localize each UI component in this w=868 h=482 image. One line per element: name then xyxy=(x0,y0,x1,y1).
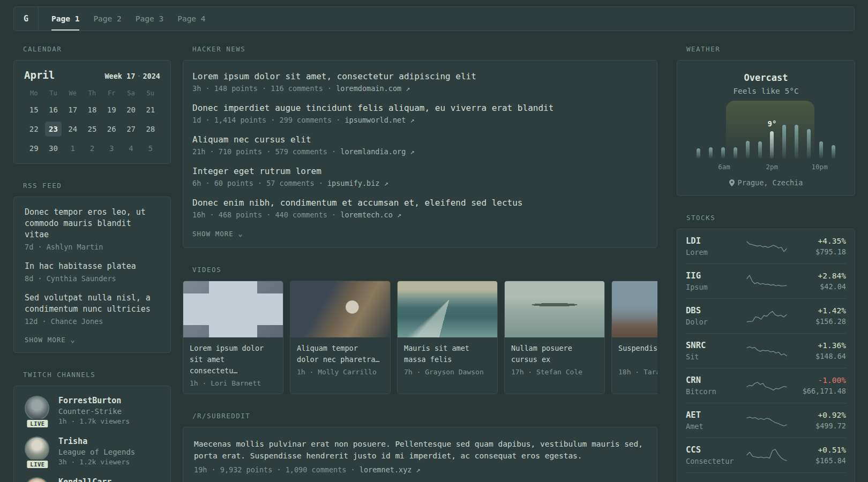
stock-sparkline xyxy=(746,307,788,325)
hn-meta-text: 1d · 1,414 points · 299 comments · xyxy=(192,116,345,124)
calendar-day-next-month: 3 xyxy=(103,141,119,156)
hn-item-link[interactable]: ipsumify.biz xyxy=(327,179,380,187)
hn-item-link[interactable]: loremlandia.org xyxy=(340,147,406,156)
video-card[interactable]: Mauris sit amet massa felis 7h · Grayson… xyxy=(397,281,498,394)
rss-item-title[interactable]: Sed volutpat nulla nisl, a condimentum n… xyxy=(25,292,160,315)
stock-change: +4.35% xyxy=(788,237,846,245)
hn-item-link[interactable]: loremdomain.com xyxy=(336,84,401,93)
hacker-news-section: HACKER NEWS Lorem ipsum dolor sit amet, … xyxy=(183,45,657,248)
stock-row[interactable]: CRN Bitcorn -1.00% $66,171.48 xyxy=(686,368,846,403)
hn-item-title[interactable]: Donec imperdiet augue tincidunt felis al… xyxy=(192,103,648,113)
rss-item-title[interactable]: Donec tempor eros leo, ut commodo mauris… xyxy=(25,207,160,240)
app-logo[interactable]: G xyxy=(14,7,39,31)
channel-name[interactable]: KendallCarr xyxy=(58,477,111,482)
weather-hour-bar xyxy=(697,148,700,159)
rss-widget: Donec tempor eros leo, ut commodo mauris… xyxy=(13,197,171,353)
hn-item-meta: 6h · 60 points · 57 comments · ipsumify.… xyxy=(192,179,648,187)
rss-item[interactable]: Donec tempor eros leo, ut commodo mauris… xyxy=(25,207,160,251)
avatar xyxy=(25,396,49,420)
stock-change: +1.42% xyxy=(788,306,846,315)
video-card[interactable]: Aliquam tempor dolor nec pharetra… 1h · … xyxy=(290,281,391,394)
video-title[interactable]: Nullam posuere cursus ex xyxy=(511,343,598,365)
weather-hour-bar xyxy=(721,147,725,159)
location-pin-icon xyxy=(729,179,735,186)
channel-name[interactable]: ForrestBurton xyxy=(58,396,130,405)
video-thumbnail[interactable] xyxy=(612,281,657,337)
video-card[interactable]: Lorem ipsum dolor sit amet consectetu… 1… xyxy=(183,281,283,394)
stock-ticker[interactable]: CCS xyxy=(686,445,746,455)
tab-page-3[interactable]: Page 3 xyxy=(136,7,163,31)
stock-ticker[interactable]: LDI xyxy=(686,236,746,246)
subreddit-section-title: /R/SUBREDDIT xyxy=(192,412,657,420)
hn-item: Donec enim nibh, condimentum et accumsan… xyxy=(192,198,648,219)
weekday-label: Sa xyxy=(121,89,140,98)
stock-ticker[interactable]: AET xyxy=(686,410,746,420)
stock-name: Ipsum xyxy=(686,283,746,291)
stock-row[interactable]: SNRC Sit +1.36% $148.64 xyxy=(686,333,846,368)
hn-item-title[interactable]: Integer eget rutrum lorem xyxy=(192,166,648,176)
tab-page-2[interactable]: Page 2 xyxy=(93,7,121,31)
hn-show-more-button[interactable]: SHOW MORE ⌄ xyxy=(192,229,648,238)
weather-section-title: WEATHER xyxy=(686,45,855,53)
hn-item-title[interactable]: Lorem ipsum dolor sit amet, consectetur … xyxy=(192,71,648,81)
subreddit-post: Maecenas mollis pulvinar erat non posuer… xyxy=(194,438,646,474)
video-title[interactable]: Aliquam tempor dolor nec pharetra… xyxy=(297,343,384,365)
videos-section: VIDEOS Lorem ipsum dolor sit amet consec… xyxy=(183,266,657,394)
stock-price: $499.72 xyxy=(788,421,846,430)
hn-item-link[interactable]: loremtech.co xyxy=(340,210,393,219)
video-title[interactable]: Lorem ipsum dolor sit amet consectetu… xyxy=(190,343,276,376)
tab-page-1[interactable]: Page 1 xyxy=(51,7,79,31)
video-thumbnail[interactable] xyxy=(398,281,497,337)
tab-page-4[interactable]: Page 4 xyxy=(177,7,205,31)
stock-row[interactable]: IIG Ipsum +2.84% $42.04 xyxy=(686,263,846,298)
live-badge: LIVE xyxy=(26,419,49,428)
top-bar: G Page 1 Page 2 Page 3 Page 4 xyxy=(13,6,855,31)
video-title[interactable]: Mauris sit amet massa felis xyxy=(404,343,491,365)
subreddit-post-title[interactable]: Maecenas mollis pulvinar erat non posuer… xyxy=(194,438,646,462)
channel-name[interactable]: Trisha xyxy=(58,436,135,446)
calendar-day-next-month: 5 xyxy=(143,141,159,156)
video-thumbnail[interactable] xyxy=(183,281,283,337)
stock-price: $795.18 xyxy=(788,247,846,256)
weather-widget: Overcast Feels like 5°C 9° 6am 2pm 10pm … xyxy=(677,60,855,196)
subreddit-widget: Maecenas mollis pulvinar erat non posuer… xyxy=(183,427,657,482)
stock-row[interactable]: AET Amet +0.92% $499.72 xyxy=(686,403,846,438)
stock-row[interactable]: DBS Dolor +1.42% $156.28 xyxy=(686,298,846,333)
video-card[interactable]: Suspendisse diam 18h · Tara xyxy=(611,281,657,394)
weekday-label: We xyxy=(63,89,83,98)
stock-name: Lorem xyxy=(686,248,746,257)
video-meta: 1h · Molly Carrillo xyxy=(297,368,384,376)
stock-row[interactable]: AHS +0.46% xyxy=(686,472,846,482)
chevron-down-icon: ⌄ xyxy=(238,229,243,238)
rss-item-title[interactable]: In hac habitasse platea xyxy=(25,261,160,272)
stock-row[interactable]: LDI Lorem +4.35% $795.18 xyxy=(686,229,846,263)
stock-ticker[interactable]: DBS xyxy=(686,306,746,315)
calendar-day: 17 xyxy=(65,102,81,117)
hn-item-link[interactable]: ipsumworld.net xyxy=(345,116,406,124)
stock-name: Dolor xyxy=(686,318,746,326)
subreddit-post-link[interactable]: loremnet.xyz xyxy=(360,465,412,474)
calendar-grid: Mo Tu We Th Fr Sa Su 15 16 17 18 19 20 2… xyxy=(24,89,160,156)
video-thumbnail[interactable] xyxy=(505,281,604,337)
weather-condition: Overcast xyxy=(687,72,845,83)
twitch-channel[interactable]: KendallCarr xyxy=(25,477,160,482)
twitch-channel[interactable]: LIVE Trisha League of Legends 3h · 1.2k … xyxy=(25,436,160,466)
video-thumbnail[interactable] xyxy=(290,281,390,337)
stock-ticker[interactable]: IIG xyxy=(686,271,746,281)
stock-ticker[interactable]: SNRC xyxy=(686,341,746,350)
rss-item[interactable]: In hac habitasse platea 8d · Cynthia Sau… xyxy=(25,261,160,283)
external-link-icon: ↗ xyxy=(416,465,421,474)
stock-row[interactable]: CCS Consectetur +0.51% $165.84 xyxy=(686,438,846,472)
weather-hourly-chart: 9° xyxy=(694,111,837,159)
hn-item-title[interactable]: Donec enim nibh, condimentum et accumsan… xyxy=(192,198,648,208)
rss-show-more-button[interactable]: SHOW MORE ⌄ xyxy=(25,335,160,344)
hn-item-meta: 21h · 710 points · 579 comments · loreml… xyxy=(192,147,648,156)
twitch-channel[interactable]: LIVE ForrestBurton Counter-Strike 1h · 1… xyxy=(25,396,160,425)
video-card[interactable]: Nullam posuere cursus ex 17h · Stefan Co… xyxy=(504,281,605,394)
rss-item[interactable]: Sed volutpat nulla nisl, a condimentum n… xyxy=(25,292,160,326)
hn-item-title[interactable]: Aliquam nec cursus elit xyxy=(192,134,648,145)
video-title[interactable]: Suspendisse diam xyxy=(618,343,657,365)
stock-ticker[interactable]: CRN xyxy=(686,375,746,385)
rss-section-title: RSS FEED xyxy=(23,182,171,190)
weather-hour-bar: 9° xyxy=(770,131,774,159)
